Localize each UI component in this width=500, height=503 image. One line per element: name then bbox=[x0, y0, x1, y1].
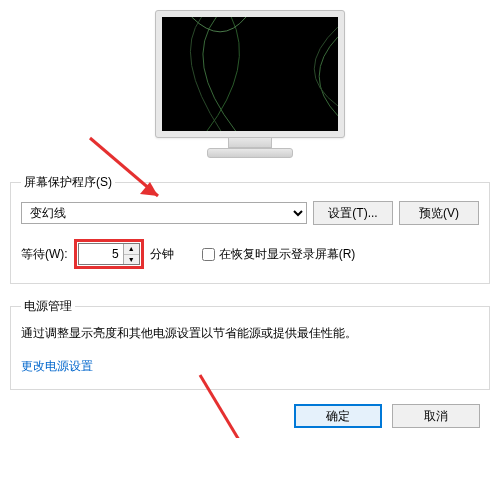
power-settings-link[interactable]: 更改电源设置 bbox=[21, 359, 93, 373]
ok-button[interactable]: 确定 bbox=[294, 404, 382, 428]
screensaver-preview-area bbox=[10, 10, 490, 160]
wait-label: 等待(W): bbox=[21, 246, 68, 263]
dialog-button-row: 确定 取消 bbox=[10, 404, 490, 428]
screensaver-select[interactable]: 变幻线 bbox=[21, 202, 307, 224]
cancel-button[interactable]: 取消 bbox=[392, 404, 480, 428]
spinner-down-icon[interactable]: ▼ bbox=[124, 255, 139, 265]
resume-checkbox[interactable] bbox=[202, 248, 215, 261]
monitor-icon bbox=[155, 10, 345, 160]
resume-checkbox-label[interactable]: 在恢复时显示登录屏幕(R) bbox=[202, 246, 356, 263]
screensaver-group: 屏幕保护程序(S) 变幻线 设置(T)... 预览(V) 等待(W): ▲ ▼ … bbox=[10, 174, 490, 284]
minutes-label: 分钟 bbox=[150, 246, 174, 263]
wait-spinner[interactable]: ▲ ▼ bbox=[78, 243, 140, 265]
settings-button[interactable]: 设置(T)... bbox=[313, 201, 393, 225]
screensaver-legend: 屏幕保护程序(S) bbox=[21, 174, 115, 191]
annotation-highlight: ▲ ▼ bbox=[74, 239, 144, 269]
wait-input[interactable] bbox=[79, 244, 123, 264]
power-group: 电源管理 通过调整显示亮度和其他电源设置以节省能源或提供最佳性能。 更改电源设置 bbox=[10, 298, 490, 390]
preview-button[interactable]: 预览(V) bbox=[399, 201, 479, 225]
power-description: 通过调整显示亮度和其他电源设置以节省能源或提供最佳性能。 bbox=[21, 325, 479, 342]
spinner-up-icon[interactable]: ▲ bbox=[124, 244, 139, 255]
screensaver-settings-panel: 屏幕保护程序(S) 变幻线 设置(T)... 预览(V) 等待(W): ▲ ▼ … bbox=[10, 10, 490, 428]
power-legend: 电源管理 bbox=[21, 298, 75, 315]
